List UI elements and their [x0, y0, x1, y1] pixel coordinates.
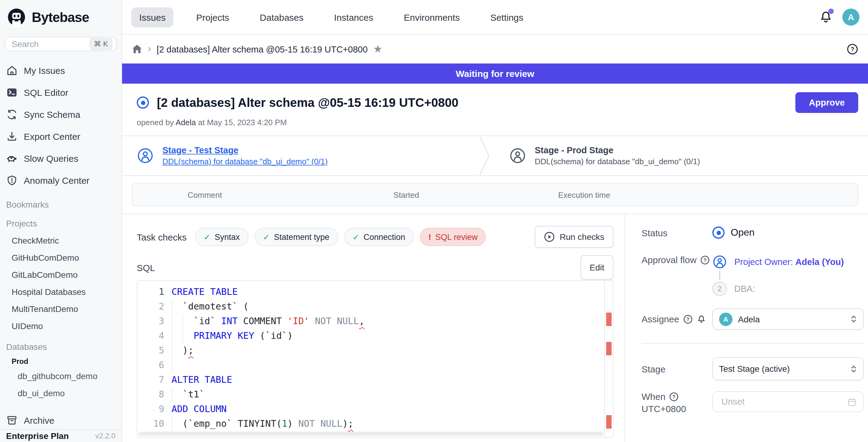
sidebar-item-sql-editor[interactable]: SQL Editor	[0, 82, 121, 103]
help-icon: ?	[847, 43, 858, 55]
sidebar-item-export-center[interactable]: Export Center	[0, 125, 121, 148]
approver-role-dba: DBA:	[734, 284, 755, 294]
code-lines: 1CREATE TABLE2 `demotest` (3 `id` INT CO…	[137, 281, 613, 431]
opened-at: at May 15, 2023 4:20 PM	[198, 118, 287, 127]
sidebar: Bytebase Search ⌘ K My Issues SQL Editor	[0, 0, 122, 442]
sidebar-item-label: Anomaly Center	[24, 175, 89, 186]
help-icon[interactable]: ?	[669, 391, 679, 401]
user-avatar[interactable]: A	[842, 8, 860, 26]
approval-step-1: Project Owner: Adela (You)	[712, 255, 864, 269]
nav-tabs: IssuesProjectsDatabasesInstancesEnvironm…	[131, 7, 531, 27]
sidebar-database-db_ui_demo[interactable]: db_ui_demo	[0, 385, 121, 402]
bell-icon[interactable]	[696, 314, 706, 324]
stage-select[interactable]: Test Stage (active)	[712, 357, 864, 380]
run-checks-button[interactable]: Run checks	[535, 226, 614, 248]
assignee-value: Adela	[738, 314, 844, 324]
bytebase-app: Bytebase Search ⌘ K My Issues SQL Editor	[0, 0, 868, 442]
sql-label: SQL	[137, 262, 581, 273]
line-number: 3	[137, 314, 172, 328]
assignee-row: Assignee ? A Adela	[642, 308, 864, 330]
sidebar-section-databases[interactable]: Databases	[0, 336, 121, 355]
check-pill-label: Connection	[364, 232, 405, 242]
brand-logo[interactable]: Bytebase	[0, 0, 121, 31]
column-started: Started	[394, 184, 419, 206]
sidebar-project-uidemo[interactable]: UIDemo	[0, 318, 121, 335]
sidebar-database-db_githubcom_demo[interactable]: db_githubcom_demo	[0, 368, 121, 385]
stage-task-link[interactable]: DDL(schema) for database "db_ui_demo" (0…	[162, 157, 328, 166]
line-number: 10	[137, 416, 172, 431]
issue-title: [2 databases] Alter schema @05-15 16:19 …	[157, 96, 787, 109]
assignee-select[interactable]: A Adela	[712, 308, 864, 330]
indent-guide	[182, 314, 183, 343]
opened-by-prefix: opened by	[137, 118, 174, 127]
check-pill-sql-review[interactable]: !SQL review	[420, 228, 486, 246]
stage-name-link[interactable]: Stage - Test Stage	[162, 145, 328, 155]
code-line: 9ADD COLUMN	[137, 402, 613, 416]
check-icon: ✓	[263, 232, 270, 242]
breadcrumb-separator: ›	[148, 42, 151, 55]
sql-code-editor[interactable]: 1CREATE TABLE2 `demotest` (3 `id` INT CO…	[137, 280, 614, 438]
task-detail-panel: Task checks ✓Syntax✓Statement type✓Conne…	[122, 214, 624, 442]
breadcrumb-home-icon[interactable]	[132, 44, 142, 54]
approval-connector	[719, 271, 720, 280]
sidebar-project-gitlabcomdemo[interactable]: GitLabComDemo	[0, 266, 121, 284]
help-icon[interactable]: ?	[700, 255, 710, 265]
when-timezone: UTC+0800	[642, 404, 712, 414]
stage-task[interactable]: DDL(schema) for database "db_ui_demo" (0…	[535, 157, 700, 166]
stage-separator-chevron	[478, 136, 491, 175]
code-line: 2 `demotest` (	[137, 299, 613, 314]
issue-open-status-icon	[137, 96, 149, 109]
bookmark-star-icon[interactable]: ★	[373, 43, 383, 56]
help-icon[interactable]: ?	[683, 314, 692, 324]
download-icon	[6, 131, 18, 142]
tab-projects[interactable]: Projects	[188, 7, 237, 27]
plan-version: v2.2.0	[96, 432, 115, 440]
approver-name[interactable]: Adela (You)	[795, 257, 844, 267]
sidebar-project-multitenantdemo[interactable]: MultiTenantDemo	[0, 301, 121, 318]
sidebar-item-slow-queries[interactable]: Slow Queries	[0, 148, 121, 169]
editor-horizontal-scrollbar[interactable]	[138, 432, 603, 436]
sidebar-project-checkmetric[interactable]: CheckMetric	[0, 232, 121, 249]
run-checks-label: Run checks	[560, 232, 604, 242]
stage-card-test[interactable]: Stage - Test Stage DDL(schema) for datab…	[122, 136, 478, 175]
sidebar-item-sync-schema[interactable]: Sync Schema	[0, 103, 121, 125]
sidebar-item-my-issues[interactable]: My Issues	[0, 60, 121, 82]
approval-step-number: 2	[712, 281, 727, 296]
select-stepper-icon	[849, 314, 858, 323]
help-button[interactable]: ?	[847, 43, 858, 55]
stage-select-label: Stage	[642, 364, 712, 374]
stage-card-prod[interactable]: Stage - Prod Stage DDL(schema) for datab…	[491, 136, 700, 175]
check-pill-statement-type[interactable]: ✓Statement type	[254, 228, 338, 246]
sidebar-section-bookmarks[interactable]: Bookmarks	[0, 194, 121, 213]
edit-sql-button[interactable]: Edit	[581, 255, 614, 280]
column-execution-time: Execution time	[558, 184, 611, 206]
check-pill-label: Statement type	[274, 232, 330, 242]
search-input[interactable]: Search ⌘ K	[5, 37, 117, 52]
code-line: 7ALTER TABLE	[137, 372, 613, 387]
tab-issues[interactable]: Issues	[131, 7, 174, 27]
error-marker	[606, 415, 612, 429]
sidebar-item-archive[interactable]: Archive	[0, 412, 121, 429]
check-pill-connection[interactable]: ✓Connection	[344, 228, 413, 246]
breadcrumb-title[interactable]: [2 databases] Alter schema @05-15 16:19 …	[157, 44, 368, 54]
tab-instances[interactable]: Instances	[326, 7, 381, 27]
home-icon	[6, 65, 18, 76]
sidebar-item-label: My Issues	[24, 65, 65, 76]
check-pills: ✓Syntax✓Statement type✓Connection!SQL re…	[195, 228, 486, 246]
line-number: 9	[137, 402, 172, 416]
tab-databases[interactable]: Databases	[252, 7, 311, 27]
sidebar-project-hospital-databases[interactable]: Hospital Databases	[0, 284, 121, 301]
sidebar-item-anomaly-center[interactable]: Anomaly Center	[0, 169, 121, 191]
approve-button[interactable]: Approve	[795, 92, 858, 113]
tab-environments[interactable]: Environments	[396, 7, 468, 27]
notifications-button[interactable]	[819, 10, 833, 24]
check-pill-syntax[interactable]: ✓Syntax	[195, 228, 248, 246]
sidebar-environment-prod[interactable]: Prod	[0, 355, 121, 368]
line-number: 4	[137, 328, 172, 343]
stage-name[interactable]: Stage - Prod Stage	[535, 145, 700, 155]
when-datetime-input[interactable]: Unset	[712, 391, 864, 412]
sidebar-project-githubcomdemo[interactable]: GitHubComDemo	[0, 249, 121, 266]
sidebar-section-projects[interactable]: Projects	[0, 213, 121, 232]
review-status-banner: Waiting for review	[122, 63, 868, 84]
tab-settings[interactable]: Settings	[482, 7, 531, 27]
